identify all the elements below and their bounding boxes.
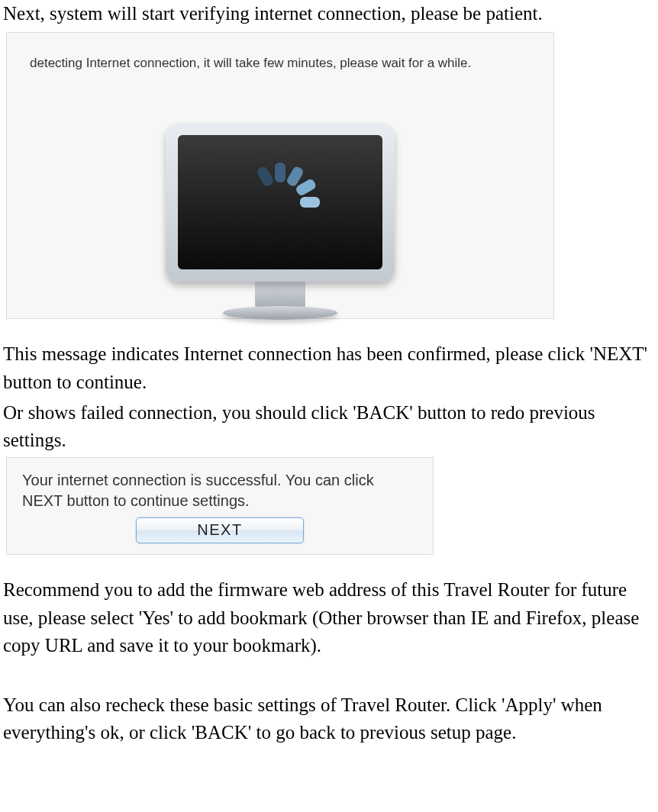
next-button[interactable]: NEXT xyxy=(136,517,304,543)
success-status-text: Your internet connection is successful. … xyxy=(22,470,418,511)
instruction-paragraph-1: Next, system will start verifying intern… xyxy=(3,0,655,27)
svg-rect-0 xyxy=(256,166,275,188)
detecting-connection-screenshot: detecting Internet connection, it will t… xyxy=(6,32,554,319)
loading-spinner-icon xyxy=(234,156,326,248)
svg-rect-4 xyxy=(300,197,320,208)
instruction-paragraph-2: This message indicates Internet connecti… xyxy=(3,340,655,396)
detecting-status-text: detecting Internet connection, it will t… xyxy=(30,54,531,72)
instruction-paragraph-5: You can also recheck these basic setting… xyxy=(3,691,655,747)
instruction-paragraph-4: Recommend you to add the firmware web ad… xyxy=(3,576,655,659)
instruction-paragraph-3: Or shows failed connection, you should c… xyxy=(3,399,655,455)
success-connection-screenshot: Your internet connection is successful. … xyxy=(6,457,434,555)
svg-rect-1 xyxy=(275,163,285,182)
monitor-loading-icon xyxy=(166,123,395,320)
